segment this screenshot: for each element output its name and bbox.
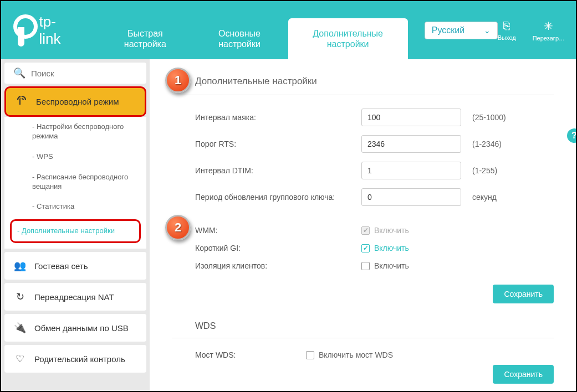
sidebar-item-guest[interactable]: 👥 Гостевая сеть <box>4 252 146 280</box>
sidebar-item-nat[interactable]: ↻ Переадресация NAT <box>4 283 146 311</box>
reboot-button[interactable]: ✳ Перезагр… <box>533 19 565 42</box>
tab-advanced[interactable]: Дополнительные настройки <box>288 18 408 59</box>
annotation-badge-1: 1 <box>165 68 191 93</box>
header: tp-link Быстрая настройка Основные настр… <box>1 1 576 59</box>
row-dtim: Интервал DTIM: (1-255) <box>172 162 554 179</box>
reboot-label: Перезагр… <box>533 35 565 42</box>
row-wds-bridge: Мост WDS: Включить мост WDS <box>172 350 554 359</box>
guest-icon: 👥 <box>13 260 27 272</box>
sidebar-sub-wireless-settings[interactable]: - Настройки беспроводного режима <box>4 117 146 147</box>
row-beacon: Интервал маяка: (25-1000) <box>172 109 554 126</box>
sgi-label: Короткий GI: <box>195 244 361 252</box>
logo: tp-link <box>12 13 72 48</box>
wmm-checkbox[interactable]: Включить <box>361 226 409 235</box>
header-right: ⎘ Выход ✳ Перезагр… <box>498 19 565 42</box>
sidebar-item-usb[interactable]: 🔌 Обмен данными по USB <box>4 314 146 342</box>
search-box[interactable]: 🔍 <box>4 63 146 84</box>
rts-input[interactable] <box>361 135 461 153</box>
tplink-logo-icon <box>12 17 35 44</box>
sidebar-sub-advanced[interactable]: - Дополнительные настройки <box>10 219 141 243</box>
row-rts: Порог RTS: (1-2346) <box>172 135 554 153</box>
checkbox-icon <box>361 262 370 270</box>
wmm-text: Включить <box>374 226 409 235</box>
beacon-input[interactable] <box>361 109 461 126</box>
logo-text: tp-link <box>39 13 72 48</box>
row-sgi: Короткий GI: Включить <box>172 244 554 252</box>
chevron-down-icon: ⌄ <box>484 26 491 35</box>
groupkey-label: Период обновления группового ключа: <box>195 193 361 202</box>
wireless-submenu: - Настройки беспроводного режима - WPS -… <box>4 117 146 249</box>
beacon-label: Интервал маяка: <box>195 113 361 122</box>
row-wmm: WMM: Включить <box>172 226 554 235</box>
page-title: Дополнительные настройки <box>172 76 554 95</box>
checkbox-icon <box>361 226 370 235</box>
language-selected: Русский <box>432 25 464 35</box>
help-icon[interactable]: ? <box>567 128 576 143</box>
search-icon: 🔍 <box>13 67 25 79</box>
reboot-icon: ✳ <box>544 19 553 33</box>
sidebar-item-wireless[interactable]: Беспроводной режим <box>4 86 146 117</box>
logout-icon: ⎘ <box>503 19 510 32</box>
iso-label: Изоляция клиентов: <box>195 261 361 270</box>
groupkey-note: секунд <box>472 193 497 202</box>
language-select[interactable]: Русский ⌄ <box>425 22 498 39</box>
save-button-wds[interactable]: Сохранить <box>493 365 554 384</box>
checkbox-icon <box>361 244 370 252</box>
search-input[interactable] <box>31 69 137 78</box>
wds-bridge-label: Мост WDS: <box>195 350 306 359</box>
logout-button[interactable]: ⎘ Выход <box>498 19 516 42</box>
dtim-label: Интервал DTIM: <box>195 166 361 175</box>
row-groupkey: Период обновления группового ключа: секу… <box>172 188 554 206</box>
sidebar-sub-statistics[interactable]: - Статистика <box>4 197 146 217</box>
sidebar-item-label: Переадресация NAT <box>34 292 114 302</box>
main-content: Дополнительные настройки ? Интервал маяк… <box>150 59 576 391</box>
nat-icon: ↻ <box>13 291 27 303</box>
sidebar-item-label: Гостевая сеть <box>34 261 88 271</box>
rts-label: Порог RTS: <box>195 140 361 148</box>
sidebar-sub-schedule[interactable]: - Расписание беспроводного вещания <box>4 167 146 197</box>
sgi-checkbox[interactable]: Включить <box>361 244 409 252</box>
tab-basic[interactable]: Основные настройки <box>191 18 288 59</box>
parental-icon: ♡ <box>13 353 27 365</box>
sgi-text: Включить <box>374 244 409 252</box>
annotation-badge-2: 2 <box>165 215 191 240</box>
sidebar-item-parental[interactable]: ♡ Родительский контроль <box>4 345 146 373</box>
beacon-note: (25-1000) <box>472 113 506 122</box>
rts-note: (1-2346) <box>472 140 502 148</box>
row-isolation: Изоляция клиентов: Включить <box>172 261 554 270</box>
tab-quick-setup[interactable]: Быстрая настройка <box>99 18 191 59</box>
usb-icon: 🔌 <box>13 322 27 334</box>
iso-checkbox[interactable]: Включить <box>361 261 409 270</box>
sidebar-item-label: Родительский контроль <box>34 354 125 364</box>
iso-text: Включить <box>374 261 409 270</box>
wifi-icon <box>15 96 28 107</box>
checkbox-icon <box>306 351 314 359</box>
dtim-input[interactable] <box>361 162 461 179</box>
sidebar-item-label: Беспроводной режим <box>36 97 119 106</box>
header-tabs: Быстрая настройка Основные настройки Доп… <box>99 1 408 59</box>
groupkey-input[interactable] <box>361 188 461 206</box>
wds-bridge-checkbox[interactable]: Включить мост WDS <box>306 350 393 359</box>
sidebar: 🔍 Беспроводной режим - Настройки беспров… <box>1 59 150 391</box>
wds-bridge-text: Включить мост WDS <box>319 350 393 359</box>
sidebar-item-label: Обмен данными по USB <box>34 323 129 333</box>
dtim-note: (1-255) <box>472 166 497 175</box>
sidebar-sub-wps[interactable]: - WPS <box>4 147 146 167</box>
logout-label: Выход <box>498 34 516 41</box>
save-button[interactable]: Сохранить <box>493 285 554 303</box>
wds-section-title: WDS <box>172 314 554 338</box>
wmm-label: WMM: <box>195 226 361 235</box>
